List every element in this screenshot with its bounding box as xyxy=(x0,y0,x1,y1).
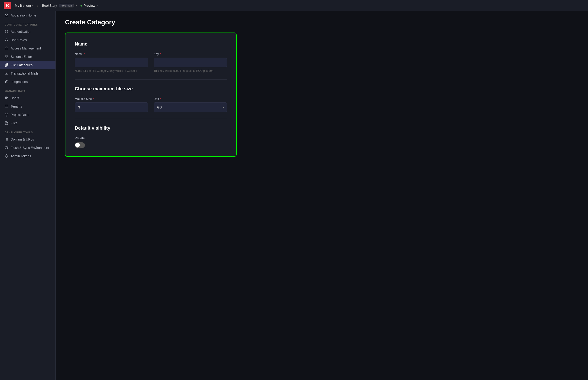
refresh-icon xyxy=(5,146,8,150)
sidebar-item-label: Integrations xyxy=(11,80,28,84)
max-file-size-group: Max file Size * xyxy=(75,97,148,112)
plan-badge: Free Plan xyxy=(59,4,74,7)
file-size-section-title: Choose maximum file size xyxy=(75,86,227,92)
sidebar-item-users[interactable]: Users xyxy=(0,94,55,102)
max-file-size-input[interactable] xyxy=(75,102,148,112)
org-selector[interactable]: My first org ▾ xyxy=(15,4,34,7)
sidebar-item-label: Tenants xyxy=(11,105,22,108)
svg-rect-10 xyxy=(5,105,8,108)
sidebar-item-label: Schema Editor xyxy=(11,55,32,58)
puzzle-icon xyxy=(5,80,8,84)
section-manage-data: Manage Data xyxy=(0,86,55,94)
shield-key-icon xyxy=(5,154,8,158)
create-category-form: Name Name * Name for the File Category, … xyxy=(65,33,237,157)
name-input[interactable] xyxy=(75,57,148,67)
sidebar-item-label: Access Management xyxy=(11,46,41,50)
sidebar-item-application-home[interactable]: Application Home xyxy=(0,11,55,19)
section-developer-tools: Developer Tools xyxy=(0,127,55,135)
private-toggle[interactable] xyxy=(75,142,85,148)
svg-rect-6 xyxy=(5,72,8,75)
name-group: Name * Name for the File Category, only … xyxy=(75,52,148,73)
topbar: R My first org ▾ / BookStory Free Plan ▾… xyxy=(0,0,588,11)
sidebar-item-project-data[interactable]: Project Data xyxy=(0,111,55,119)
sidebar-item-transactional-mails[interactable]: Transactional Mails xyxy=(0,69,55,77)
sidebar-item-authentication[interactable]: Authentication xyxy=(0,27,55,36)
max-size-required: * xyxy=(93,97,94,101)
app-selector[interactable]: BookStory Free Plan ▾ xyxy=(42,4,77,7)
main-content: Create Category Name Name * Name for the… xyxy=(56,11,588,380)
key-group: Key * This key will be used in request t… xyxy=(154,52,227,73)
name-hint: Name for the File Category, only visible… xyxy=(75,69,148,73)
sidebar-item-label: File Categories xyxy=(11,63,33,67)
page-title: Create Category xyxy=(65,19,579,26)
sidebar-item-file-categories[interactable]: File Categories xyxy=(0,61,55,69)
sidebar: Application Home Configure Features Auth… xyxy=(0,11,56,380)
svg-point-14 xyxy=(5,113,8,114)
svg-rect-2 xyxy=(5,55,6,57)
svg-rect-5 xyxy=(7,57,8,58)
users-icon xyxy=(5,96,8,100)
shield-icon xyxy=(5,30,8,34)
unit-group: Unit * KB MB GB TB ▾ xyxy=(154,97,227,112)
sidebar-item-label: Project Data xyxy=(11,113,29,117)
sidebar-item-label: Domain & URLs xyxy=(11,137,34,141)
main-layout: Application Home Configure Features Auth… xyxy=(0,11,588,380)
sidebar-item-domain-urls[interactable]: Domain & URLs xyxy=(0,135,55,144)
private-label: Private xyxy=(75,136,227,140)
name-label: Name * xyxy=(75,52,148,56)
sidebar-item-flush-sync[interactable]: Flush & Sync Environment xyxy=(0,144,55,152)
name-section-title: Name xyxy=(75,41,227,47)
sidebar-item-tenants[interactable]: Tenants xyxy=(0,102,55,111)
svg-point-0 xyxy=(6,39,7,40)
org-chevron: ▾ xyxy=(32,4,34,7)
sidebar-item-label: Authentication xyxy=(11,30,31,34)
sidebar-item-label: Application Home xyxy=(11,14,36,17)
sidebar-item-user-roles[interactable]: User Roles xyxy=(0,36,55,44)
name-required: * xyxy=(84,52,85,56)
svg-point-9 xyxy=(5,97,6,98)
grid-icon xyxy=(5,55,8,58)
logo: R xyxy=(4,2,11,9)
paperclip-icon xyxy=(5,63,8,67)
env-status-dot xyxy=(81,5,82,6)
sidebar-item-schema-editor[interactable]: Schema Editor xyxy=(0,53,55,61)
list-icon xyxy=(5,137,8,141)
app-chevron: ▾ xyxy=(76,4,77,7)
separator: / xyxy=(37,3,38,8)
svg-rect-3 xyxy=(7,55,8,57)
name-key-row: Name * Name for the File Category, only … xyxy=(75,52,227,73)
org-name: My first org xyxy=(15,4,31,7)
user-circle-icon xyxy=(5,38,8,42)
max-file-size-label: Max file Size * xyxy=(75,97,148,101)
key-required: * xyxy=(160,52,161,56)
sidebar-item-files[interactable]: Files xyxy=(0,119,55,127)
home-icon xyxy=(5,14,8,17)
sidebar-item-integrations[interactable]: Integrations xyxy=(0,77,55,86)
database-icon xyxy=(5,113,8,117)
table-icon xyxy=(5,105,8,108)
svg-rect-1 xyxy=(5,48,8,50)
key-input[interactable] xyxy=(154,57,227,67)
env-selector[interactable]: Preview ▾ xyxy=(81,4,98,7)
file-size-row: Max file Size * Unit * KB MB GB xyxy=(75,97,227,112)
divider-2 xyxy=(75,119,227,119)
key-label: Key * xyxy=(154,52,227,56)
section-configure-features: Configure Features xyxy=(0,19,55,27)
sidebar-item-label: Users xyxy=(11,96,19,100)
divider-1 xyxy=(75,79,227,80)
sidebar-item-label: Transactional Mails xyxy=(11,72,38,75)
unit-label: Unit * xyxy=(154,97,227,101)
sidebar-item-label: Admin Tokens xyxy=(11,154,31,158)
sidebar-item-access-management[interactable]: Access Management xyxy=(0,44,55,53)
key-hint: This key will be used in request to ROQ … xyxy=(154,69,227,73)
unit-select[interactable]: KB MB GB TB xyxy=(154,102,227,112)
visibility-section-title: Default visibility xyxy=(75,125,227,131)
unit-select-wrapper: KB MB GB TB ▾ xyxy=(154,102,227,112)
sidebar-item-label: Files xyxy=(11,121,18,125)
app-name: BookStory xyxy=(42,4,57,7)
private-toggle-container: Private xyxy=(75,136,227,148)
sidebar-item-admin-tokens[interactable]: Admin Tokens xyxy=(0,152,55,160)
toggle-knob xyxy=(75,143,80,148)
unit-required: * xyxy=(160,97,161,101)
env-label: Preview xyxy=(84,4,95,7)
